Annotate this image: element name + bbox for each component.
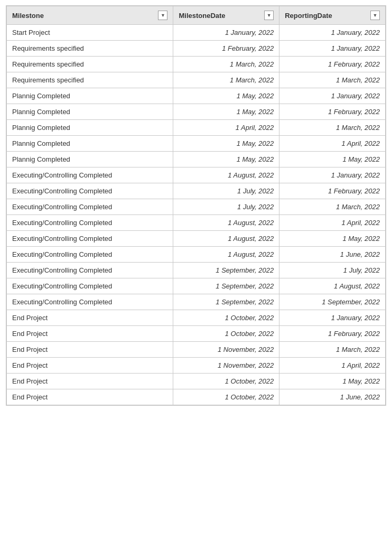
cell-milestone-0: Start Project bbox=[7, 25, 173, 41]
cell-reporting-date-14: 1 June, 2022 bbox=[279, 247, 386, 263]
cell-milestone-date-1: 1 February, 2022 bbox=[173, 41, 279, 57]
cell-milestone-date-3: 1 March, 2022 bbox=[173, 72, 279, 88]
cell-milestone-9: Executing/Controlling Completed bbox=[7, 167, 173, 183]
cell-reporting-date-22: 1 May, 2022 bbox=[279, 374, 386, 389]
cell-reporting-date-17: 1 September, 2022 bbox=[279, 294, 386, 310]
cell-milestone-8: Plannig Completed bbox=[7, 152, 173, 167]
cell-milestone-date-11: 1 July, 2022 bbox=[173, 199, 279, 215]
data-table: Milestone▼MilestoneDate▼ReportingDate▼ S… bbox=[6, 6, 386, 405]
table-row: End Project1 October, 20221 May, 2022 bbox=[7, 374, 386, 389]
cell-milestone-date-8: 1 May, 2022 bbox=[173, 152, 279, 167]
table-row: Requirements specified1 March, 20221 Mar… bbox=[7, 72, 386, 88]
table-row: Plannig Completed1 May, 20221 April, 202… bbox=[7, 136, 386, 152]
main-table-container: Milestone▼MilestoneDate▼ReportingDate▼ S… bbox=[6, 5, 386, 406]
table-row: Plannig Completed1 May, 20221 February, … bbox=[7, 104, 386, 120]
cell-milestone-21: End Project bbox=[7, 358, 173, 374]
table-row: End Project1 November, 20221 April, 2022 bbox=[7, 358, 386, 374]
cell-reporting-date-19: 1 February, 2022 bbox=[279, 326, 386, 342]
table-row: Executing/Controlling Completed1 August,… bbox=[7, 215, 386, 231]
table-row: Executing/Controlling Completed1 Septemb… bbox=[7, 294, 386, 310]
table-row: Executing/Controlling Completed1 July, 2… bbox=[7, 183, 386, 199]
cell-milestone-date-6: 1 April, 2022 bbox=[173, 120, 279, 136]
table-row: Plannig Completed1 May, 20221 January, 2… bbox=[7, 88, 386, 104]
table-row: Executing/Controlling Completed1 Septemb… bbox=[7, 278, 386, 294]
cell-milestone-23: End Project bbox=[7, 389, 173, 405]
table-row: End Project1 October, 20221 June, 2022 bbox=[7, 389, 386, 405]
cell-reporting-date-18: 1 January, 2022 bbox=[279, 310, 386, 326]
cell-reporting-date-16: 1 August, 2022 bbox=[279, 278, 386, 294]
col-header-milestoneDate: MilestoneDate▼ bbox=[173, 6, 279, 25]
cell-milestone-date-13: 1 August, 2022 bbox=[173, 231, 279, 247]
cell-reporting-date-3: 1 March, 2022 bbox=[279, 72, 386, 88]
cell-milestone-15: Executing/Controlling Completed bbox=[7, 263, 173, 278]
cell-milestone-2: Requirements specified bbox=[7, 57, 173, 72]
cell-milestone-19: End Project bbox=[7, 326, 173, 342]
cell-milestone-date-7: 1 May, 2022 bbox=[173, 136, 279, 152]
cell-milestone-date-14: 1 August, 2022 bbox=[173, 247, 279, 263]
cell-milestone-date-15: 1 September, 2022 bbox=[173, 263, 279, 278]
cell-milestone-date-4: 1 May, 2022 bbox=[173, 88, 279, 104]
cell-milestone-date-10: 1 July, 2022 bbox=[173, 183, 279, 199]
cell-milestone-20: End Project bbox=[7, 342, 173, 358]
cell-milestone-date-12: 1 August, 2022 bbox=[173, 215, 279, 231]
cell-reporting-date-2: 1 February, 2022 bbox=[279, 57, 386, 72]
cell-milestone-date-23: 1 October, 2022 bbox=[173, 389, 279, 405]
cell-milestone-12: Executing/Controlling Completed bbox=[7, 215, 173, 231]
cell-milestone-date-5: 1 May, 2022 bbox=[173, 104, 279, 120]
filter-button-milestone[interactable]: ▼ bbox=[158, 11, 167, 20]
col-header-label-reportingDate: ReportingDate bbox=[285, 12, 332, 20]
table-row: Executing/Controlling Completed1 August,… bbox=[7, 231, 386, 247]
cell-reporting-date-6: 1 March, 2022 bbox=[279, 120, 386, 136]
cell-milestone-10: Executing/Controlling Completed bbox=[7, 183, 173, 199]
table-row: End Project1 November, 20221 March, 2022 bbox=[7, 342, 386, 358]
cell-milestone-date-16: 1 September, 2022 bbox=[173, 278, 279, 294]
cell-milestone-6: Plannig Completed bbox=[7, 120, 173, 136]
header-row: Milestone▼MilestoneDate▼ReportingDate▼ bbox=[7, 6, 386, 25]
cell-milestone-3: Requirements specified bbox=[7, 72, 173, 88]
cell-milestone-11: Executing/Controlling Completed bbox=[7, 199, 173, 215]
filter-button-milestoneDate[interactable]: ▼ bbox=[264, 11, 274, 20]
table-body: Start Project1 January, 20221 January, 2… bbox=[7, 25, 386, 405]
cell-reporting-date-13: 1 May, 2022 bbox=[279, 231, 386, 247]
col-header-label-milestone: Milestone bbox=[12, 12, 44, 20]
cell-milestone-14: Executing/Controlling Completed bbox=[7, 247, 173, 263]
cell-milestone-date-21: 1 November, 2022 bbox=[173, 358, 279, 374]
cell-milestone-13: Executing/Controlling Completed bbox=[7, 231, 173, 247]
cell-reporting-date-0: 1 January, 2022 bbox=[279, 25, 386, 41]
table-row: Requirements specified1 March, 20221 Feb… bbox=[7, 57, 386, 72]
cell-reporting-date-10: 1 February, 2022 bbox=[279, 183, 386, 199]
cell-reporting-date-7: 1 April, 2022 bbox=[279, 136, 386, 152]
table-row: Plannig Completed1 May, 20221 May, 2022 bbox=[7, 152, 386, 167]
cell-reporting-date-21: 1 April, 2022 bbox=[279, 358, 386, 374]
cell-reporting-date-11: 1 March, 2022 bbox=[279, 199, 386, 215]
cell-reporting-date-20: 1 March, 2022 bbox=[279, 342, 386, 358]
cell-reporting-date-9: 1 January, 2022 bbox=[279, 167, 386, 183]
cell-milestone-date-19: 1 October, 2022 bbox=[173, 326, 279, 342]
col-header-reportingDate: ReportingDate▼ bbox=[279, 6, 386, 25]
cell-milestone-date-18: 1 October, 2022 bbox=[173, 310, 279, 326]
cell-reporting-date-12: 1 April, 2022 bbox=[279, 215, 386, 231]
cell-reporting-date-4: 1 January, 2022 bbox=[279, 88, 386, 104]
cell-milestone-4: Plannig Completed bbox=[7, 88, 173, 104]
cell-milestone-date-20: 1 November, 2022 bbox=[173, 342, 279, 358]
cell-milestone-1: Requirements specified bbox=[7, 41, 173, 57]
cell-milestone-17: Executing/Controlling Completed bbox=[7, 294, 173, 310]
table-row: Start Project1 January, 20221 January, 2… bbox=[7, 25, 386, 41]
col-header-milestone: Milestone▼ bbox=[7, 6, 173, 25]
cell-milestone-date-0: 1 January, 2022 bbox=[173, 25, 279, 41]
table-row: Executing/Controlling Completed1 Septemb… bbox=[7, 263, 386, 278]
col-header-label-milestoneDate: MilestoneDate bbox=[179, 12, 225, 20]
cell-milestone-date-17: 1 September, 2022 bbox=[173, 294, 279, 310]
table-row: Requirements specified1 February, 20221 … bbox=[7, 41, 386, 57]
cell-reporting-date-1: 1 January, 2022 bbox=[279, 41, 386, 57]
cell-reporting-date-8: 1 May, 2022 bbox=[279, 152, 386, 167]
cell-milestone-date-9: 1 August, 2022 bbox=[173, 167, 279, 183]
table-row: End Project1 October, 20221 January, 202… bbox=[7, 310, 386, 326]
cell-milestone-7: Plannig Completed bbox=[7, 136, 173, 152]
cell-milestone-22: End Project bbox=[7, 374, 173, 389]
filter-button-reportingDate[interactable]: ▼ bbox=[370, 11, 380, 20]
table-row: End Project1 October, 20221 February, 20… bbox=[7, 326, 386, 342]
table-header: Milestone▼MilestoneDate▼ReportingDate▼ bbox=[7, 6, 386, 25]
cell-milestone-5: Plannig Completed bbox=[7, 104, 173, 120]
cell-milestone-16: Executing/Controlling Completed bbox=[7, 278, 173, 294]
